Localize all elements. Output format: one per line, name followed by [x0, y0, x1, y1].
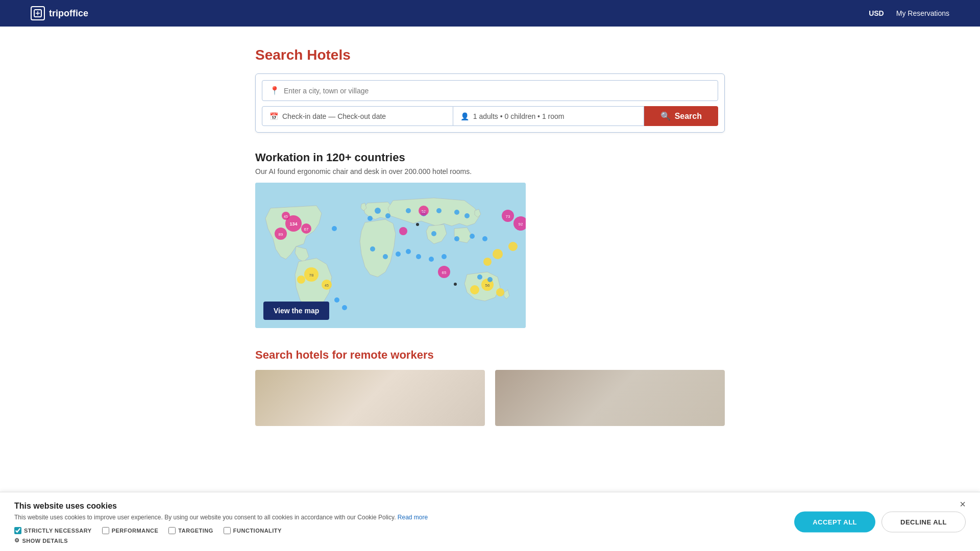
search-button-label: Search: [675, 112, 702, 121]
remote-title-highlight: remote workers: [350, 348, 434, 361]
svg-point-35: [406, 249, 411, 254]
search-title-prefix: Search: [255, 47, 307, 63]
svg-text:89: 89: [279, 232, 283, 237]
svg-point-20: [375, 208, 381, 214]
my-reservations-link[interactable]: My Reservations: [896, 9, 949, 17]
hotel-card-1[interactable]: [255, 370, 485, 426]
svg-point-32: [370, 246, 375, 252]
svg-point-21: [385, 213, 390, 218]
search-row: 📅 Check-in date — Check-out date 👤 1 adu…: [262, 106, 718, 126]
svg-point-18: [470, 285, 479, 294]
svg-point-30: [470, 234, 475, 239]
svg-point-37: [429, 257, 434, 262]
workation-description: Our AI found ergonomic chair and desk in…: [255, 167, 725, 176]
currency-selector[interactable]: USD: [869, 9, 884, 17]
svg-point-41: [477, 274, 482, 280]
svg-point-54: [508, 242, 518, 251]
workation-section: Workation in 120+ countries Our AI found…: [255, 151, 725, 328]
svg-point-27: [464, 213, 470, 218]
svg-point-34: [396, 252, 401, 257]
svg-point-56: [416, 223, 419, 226]
hotel-card-image-2: [495, 370, 725, 426]
svg-point-53: [493, 249, 503, 259]
svg-point-23: [406, 208, 411, 213]
svg-text:52: 52: [422, 210, 426, 213]
svg-text:45: 45: [284, 215, 288, 218]
svg-point-28: [431, 231, 436, 236]
svg-point-25: [436, 208, 442, 213]
location-icon: 📍: [270, 86, 280, 95]
svg-point-14: [297, 276, 305, 284]
svg-point-17: [496, 288, 504, 296]
view-map-button[interactable]: View the map: [263, 302, 329, 320]
search-icon: 🔍: [660, 111, 671, 121]
search-title: Search Hotels: [255, 47, 725, 63]
svg-point-57: [454, 283, 457, 286]
main-content: Search Hotels 📍 📅 Check-in date — Check-…: [245, 27, 735, 426]
svg-point-26: [454, 210, 459, 215]
hotel-card-image-1: [255, 370, 485, 426]
svg-point-42: [487, 277, 493, 282]
svg-point-55: [483, 258, 492, 266]
svg-point-22: [368, 216, 373, 221]
person-icon: 👤: [460, 112, 469, 120]
svg-text:73: 73: [506, 214, 510, 219]
calendar-icon: 📅: [270, 112, 278, 120]
brand-name: tripoffice: [49, 8, 88, 19]
svg-text:67: 67: [304, 227, 309, 232]
svg-text:78: 78: [309, 273, 314, 278]
remote-title: Search hotels for remote workers: [255, 348, 725, 362]
date-picker[interactable]: 📅 Check-in date — Check-out date: [262, 106, 453, 126]
svg-point-33: [383, 254, 388, 259]
remote-section: Search hotels for remote workers: [255, 348, 725, 426]
svg-point-40: [342, 305, 347, 310]
svg-text:45: 45: [325, 284, 329, 287]
svg-text:134: 134: [289, 221, 297, 227]
svg-point-43: [332, 226, 337, 231]
guests-value: 1 adults • 0 children • 1 room: [473, 112, 565, 120]
dates-placeholder: Check-in date — Check-out date: [282, 112, 386, 120]
svg-text:92: 92: [519, 222, 523, 227]
svg-point-36: [416, 254, 421, 259]
hotel-cards: [255, 370, 725, 426]
search-button[interactable]: 🔍 Search: [644, 106, 718, 126]
svg-text:56: 56: [485, 283, 490, 288]
remote-title-prefix: Search hotels for: [255, 348, 350, 361]
svg-text:65: 65: [442, 270, 447, 275]
search-location-row: 📍: [262, 80, 718, 101]
guests-selector[interactable]: 👤 1 adults • 0 children • 1 room: [453, 106, 644, 126]
world-map: 134 89 67 45 78 45 56: [255, 183, 526, 328]
navbar-right: USD My Reservations: [869, 9, 949, 17]
hotel-card-2[interactable]: [495, 370, 725, 426]
svg-point-39: [334, 297, 339, 303]
svg-point-52: [399, 227, 407, 235]
search-title-highlight: Hotels: [307, 47, 351, 63]
workation-title: Workation in 120+ countries: [255, 151, 725, 164]
brand: tripoffice: [31, 6, 88, 20]
svg-point-31: [482, 236, 487, 241]
search-input[interactable]: [284, 87, 710, 95]
logo-icon: [31, 6, 45, 20]
svg-point-38: [442, 254, 447, 259]
search-box: 📍 📅 Check-in date — Check-out date 👤 1 a…: [255, 73, 725, 133]
navbar: tripoffice USD My Reservations: [0, 0, 980, 27]
svg-point-29: [454, 236, 459, 241]
